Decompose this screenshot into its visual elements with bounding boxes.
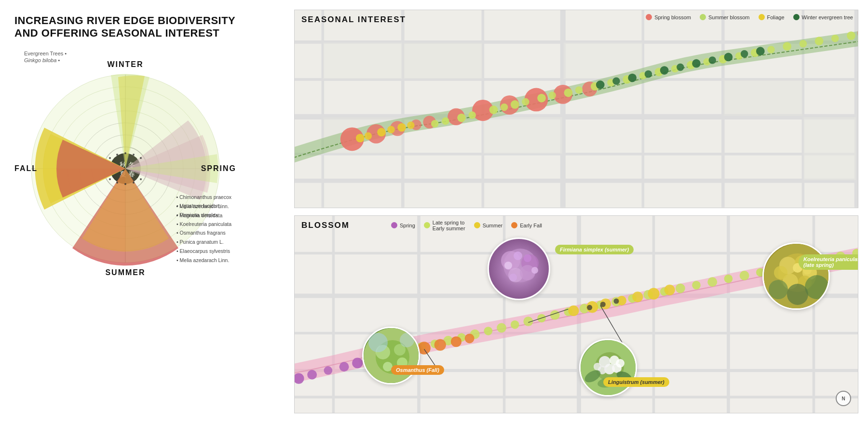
svg-rect-39 xyxy=(323,43,402,79)
late-spring-dot xyxy=(424,222,430,228)
foliage-dot xyxy=(759,14,765,20)
legend-summer: Summer xyxy=(474,222,503,228)
svg-point-134 xyxy=(497,323,506,332)
svg-point-62 xyxy=(501,104,508,111)
svg-point-90 xyxy=(377,128,386,137)
svg-point-167 xyxy=(434,339,446,350)
svg-point-93 xyxy=(407,121,414,129)
svg-point-63 xyxy=(511,100,519,109)
svg-point-61 xyxy=(489,106,498,114)
svg-point-147 xyxy=(692,281,701,290)
svg-point-22 xyxy=(109,157,111,159)
koelreuteria-circle xyxy=(762,242,830,310)
season-spring: SPRING xyxy=(201,164,236,173)
svg-point-120 xyxy=(307,370,317,379)
linguistrum-badge: Linguistrum (summer) xyxy=(603,377,669,387)
svg-point-81 xyxy=(783,42,791,51)
svg-point-23 xyxy=(116,154,118,156)
koelreuteria-badge: Koelreuteria paniculata(late spring) xyxy=(799,254,858,270)
svg-point-64 xyxy=(522,98,529,106)
svg-point-148 xyxy=(707,277,717,287)
svg-point-193 xyxy=(368,333,388,352)
svg-point-202 xyxy=(594,363,601,370)
svg-point-94 xyxy=(596,80,605,89)
seasonal-interest-legend: Spring blossom Summer blossom Foliage Wi… xyxy=(646,14,853,20)
radial-chart: WINTER SUMMER FALL SPRING 秋 冬 夏 春 xyxy=(14,58,236,279)
spring-dot xyxy=(391,222,397,228)
svg-point-169 xyxy=(465,333,475,343)
firmiana-badge: Firmiana simplex (summer) xyxy=(555,245,634,254)
svg-point-16 xyxy=(140,157,142,159)
left-panel: INCREASING RIVER EDGE BIODIVERSITY AND O… xyxy=(0,0,289,423)
main-title: INCREASING RIVER EDGE BIODIVERSITY AND O… xyxy=(14,14,280,40)
seasonal-interest-title: SEASONAL INTEREST xyxy=(301,15,406,25)
svg-point-19 xyxy=(124,183,126,185)
svg-point-59 xyxy=(457,114,466,122)
svg-point-99 xyxy=(677,64,684,71)
evergreen-label: Evergreen Trees • xyxy=(24,51,67,56)
svg-point-150 xyxy=(740,270,749,280)
svg-rect-45 xyxy=(803,117,855,180)
svg-point-123 xyxy=(352,357,363,368)
right-panel: SEASONAL INTEREST Spring blossom Summer … xyxy=(289,0,868,423)
legend-early-fall: Early Fall xyxy=(511,222,542,228)
legend-winter-evergreen: Winter evergreen tree xyxy=(793,14,853,20)
svg-point-68 xyxy=(575,86,583,93)
svg-point-183 xyxy=(514,251,522,260)
osmanthus-badge: Osmanthus (Fall) xyxy=(391,365,444,375)
svg-point-172 xyxy=(613,298,619,304)
svg-point-15 xyxy=(133,154,135,156)
svg-point-20 xyxy=(116,182,118,184)
summer-blossom-dot xyxy=(700,14,706,20)
svg-point-89 xyxy=(365,132,372,139)
svg-point-80 xyxy=(767,46,774,53)
svg-point-218 xyxy=(769,280,788,299)
season-summer: SUMMER xyxy=(105,268,145,277)
svg-point-95 xyxy=(612,77,620,84)
svg-point-149 xyxy=(724,274,733,283)
svg-point-84 xyxy=(831,35,839,42)
summer-plant-list: • Ligustrum lucidum • Firmiana simplex •… xyxy=(176,201,231,265)
svg-point-100 xyxy=(692,59,701,68)
season-fall: FALL xyxy=(14,164,38,173)
svg-rect-43 xyxy=(483,117,562,153)
legend-summer-blossom: Summer blossom xyxy=(700,14,750,20)
svg-point-104 xyxy=(756,47,765,55)
blossom-title: BLOSSOM xyxy=(301,221,350,230)
svg-point-17 xyxy=(140,178,142,180)
svg-point-65 xyxy=(537,94,546,103)
svg-point-91 xyxy=(387,126,394,133)
svg-point-88 xyxy=(356,134,365,143)
firmiana-circle xyxy=(488,238,550,300)
svg-point-135 xyxy=(511,320,519,329)
svg-point-83 xyxy=(815,37,824,45)
legend-spring-blossom: Spring blossom xyxy=(646,14,691,20)
svg-point-96 xyxy=(628,74,637,82)
linguistrum-circle xyxy=(579,339,637,397)
svg-point-82 xyxy=(800,40,807,47)
svg-point-102 xyxy=(724,53,733,62)
seasonal-interest-section: SEASONAL INTEREST Spring blossom Summer … xyxy=(294,10,858,208)
svg-point-133 xyxy=(484,327,493,335)
svg-point-163 xyxy=(632,291,643,302)
svg-point-164 xyxy=(648,288,659,299)
svg-point-203 xyxy=(616,359,624,368)
legend-spring: Spring xyxy=(391,222,415,228)
svg-point-66 xyxy=(548,92,556,99)
svg-point-159 xyxy=(568,305,579,316)
winter-evergreen-dot xyxy=(793,14,800,20)
svg-point-58 xyxy=(442,117,449,124)
compass: N xyxy=(836,391,851,406)
svg-point-98 xyxy=(660,66,669,75)
svg-point-21 xyxy=(109,178,111,180)
svg-point-182 xyxy=(504,262,512,269)
svg-point-103 xyxy=(741,50,748,57)
svg-point-185 xyxy=(531,267,538,274)
svg-point-18 xyxy=(133,182,135,184)
blossom-section: BLOSSOM Spring Late spring toEarly summe… xyxy=(294,215,858,414)
svg-point-92 xyxy=(397,123,406,132)
svg-point-121 xyxy=(324,366,333,375)
svg-point-165 xyxy=(665,284,675,295)
svg-point-168 xyxy=(451,336,461,347)
svg-point-186 xyxy=(509,274,517,281)
